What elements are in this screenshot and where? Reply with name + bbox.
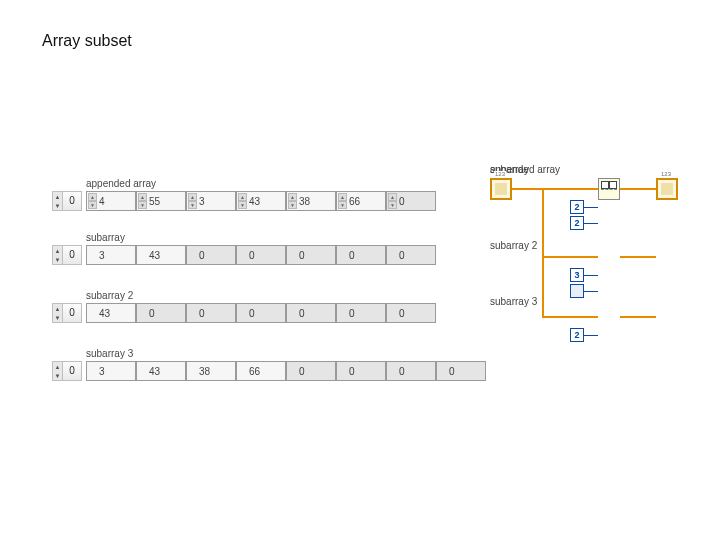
cell-spinner-down-icon[interactable]: ▼: [338, 201, 347, 209]
array-row: ▲▼0▲▼4▲▼55▲▼3▲▼43▲▼38▲▼66▲▼0: [52, 191, 436, 211]
array-row: ▲▼034338660000: [52, 361, 486, 381]
array-cell[interactable]: 0: [236, 303, 286, 323]
term-tiny-label: 123: [660, 171, 672, 177]
wire: [620, 316, 656, 318]
subarray-terminal-3[interactable]: 123: [656, 178, 678, 200]
array-cells: 34300000: [86, 245, 436, 265]
array-cell[interactable]: ▲▼4: [86, 191, 136, 211]
array-cell-value: 43: [149, 366, 160, 377]
array-cell-value: 55: [149, 196, 160, 207]
length-constant-2[interactable]: [570, 284, 584, 298]
cell-spinner-down-icon[interactable]: ▼: [88, 201, 97, 209]
spinner-down-icon[interactable]: ▼: [53, 313, 62, 322]
array-cell[interactable]: ▲▼43: [236, 191, 286, 211]
array-cell[interactable]: 0: [336, 361, 386, 381]
array-cell[interactable]: ▲▼55: [136, 191, 186, 211]
array-label: subarray 3: [86, 348, 486, 359]
array-cell-value: 43: [149, 250, 160, 261]
array-control: subarray▲▼034300000: [52, 232, 436, 265]
array-cell[interactable]: 0: [136, 303, 186, 323]
index-constant-1[interactable]: 2: [570, 200, 584, 214]
array-cell[interactable]: ▲▼3: [186, 191, 236, 211]
array-cell[interactable]: 0: [386, 361, 436, 381]
array-cell[interactable]: 3: [86, 245, 136, 265]
array-control: subarray 2▲▼043000000: [52, 290, 436, 323]
array-cell-value: 0: [449, 366, 455, 377]
array-cell-value: 3: [99, 366, 105, 377]
array-cell[interactable]: ▲▼38: [286, 191, 336, 211]
array-index-spinner[interactable]: ▲▼0: [52, 303, 82, 323]
spinner-up-icon[interactable]: ▲: [53, 362, 62, 371]
array-cell[interactable]: 0: [436, 361, 486, 381]
index-constant-3[interactable]: 2: [570, 328, 584, 342]
array-cell[interactable]: ▲▼0: [386, 191, 436, 211]
array-cell[interactable]: 3: [86, 361, 136, 381]
array-label: appended array: [86, 178, 436, 189]
spinner-down-icon[interactable]: ▼: [53, 371, 62, 380]
array-label: subarray 2: [86, 290, 436, 301]
index-constant-2[interactable]: 3: [570, 268, 584, 282]
array-cell-value: 66: [349, 196, 360, 207]
spinner-up-icon[interactable]: ▲: [53, 304, 62, 313]
array-subset-node-3[interactable]: [598, 178, 620, 200]
array-cell[interactable]: 66: [236, 361, 286, 381]
array-index-spinner[interactable]: ▲▼0: [52, 245, 82, 265]
array-index-value: 0: [63, 362, 81, 380]
array-cell[interactable]: 43: [136, 245, 186, 265]
array-cell[interactable]: 0: [336, 303, 386, 323]
array-cell[interactable]: 0: [186, 245, 236, 265]
array-cell-value: 0: [299, 308, 305, 319]
array-cell[interactable]: 43: [86, 303, 136, 323]
spinner-up-icon[interactable]: ▲: [53, 192, 62, 201]
wire: [584, 291, 598, 292]
array-cell[interactable]: 0: [386, 245, 436, 265]
cell-spinner-down-icon[interactable]: ▼: [188, 201, 197, 209]
array-cell[interactable]: 0: [286, 303, 336, 323]
array-cell-value: 0: [349, 250, 355, 261]
cell-spinner-down-icon[interactable]: ▼: [138, 201, 147, 209]
array-cell[interactable]: ▲▼66: [336, 191, 386, 211]
cell-spinner-down-icon[interactable]: ▼: [288, 201, 297, 209]
wire: [584, 275, 598, 276]
appended-array-terminal[interactable]: 123: [490, 178, 512, 200]
cell-spinner-down-icon[interactable]: ▼: [388, 201, 397, 209]
array-cell[interactable]: 0: [336, 245, 386, 265]
array-cell-value: 0: [399, 366, 405, 377]
array-index-value: 0: [63, 246, 81, 264]
array-row: ▲▼034300000: [52, 245, 436, 265]
array-cell[interactable]: 0: [186, 303, 236, 323]
array-cell-value: 4: [99, 196, 105, 207]
cell-spinner-down-icon[interactable]: ▼: [238, 201, 247, 209]
array-cell[interactable]: 0: [236, 245, 286, 265]
array-cell-value: 0: [349, 366, 355, 377]
array-index-spinner[interactable]: ▲▼0: [52, 361, 82, 381]
wire: [512, 188, 544, 190]
wire: [542, 256, 598, 258]
array-cell[interactable]: 0: [386, 303, 436, 323]
cell-spinner-up-icon[interactable]: ▲: [388, 193, 397, 201]
wire: [584, 223, 598, 224]
wire: [620, 188, 656, 190]
term-tiny-label: 123: [494, 171, 506, 177]
wire: [584, 207, 598, 208]
array-cells: ▲▼4▲▼55▲▼3▲▼43▲▼38▲▼66▲▼0: [86, 191, 436, 211]
spinner-down-icon[interactable]: ▼: [53, 255, 62, 264]
cell-spinner-up-icon[interactable]: ▲: [288, 193, 297, 201]
cell-spinner-up-icon[interactable]: ▲: [238, 193, 247, 201]
array-cell-value: 43: [99, 308, 110, 319]
array-cell[interactable]: 38: [186, 361, 236, 381]
array-index-spinner[interactable]: ▲▼0: [52, 191, 82, 211]
cell-spinner-up-icon[interactable]: ▲: [338, 193, 347, 201]
array-cell[interactable]: 43: [136, 361, 186, 381]
array-index-value: 0: [63, 192, 81, 210]
spinner-down-icon[interactable]: ▼: [53, 201, 62, 210]
array-cell[interactable]: 0: [286, 361, 336, 381]
cell-spinner-up-icon[interactable]: ▲: [138, 193, 147, 201]
cell-spinner-up-icon[interactable]: ▲: [188, 193, 197, 201]
cell-spinner-up-icon[interactable]: ▲: [88, 193, 97, 201]
array-cell[interactable]: 0: [286, 245, 336, 265]
wire: [584, 335, 598, 336]
bd-label-sub2: subarray 2: [490, 240, 537, 251]
spinner-up-icon[interactable]: ▲: [53, 246, 62, 255]
length-constant-1[interactable]: 2: [570, 216, 584, 230]
